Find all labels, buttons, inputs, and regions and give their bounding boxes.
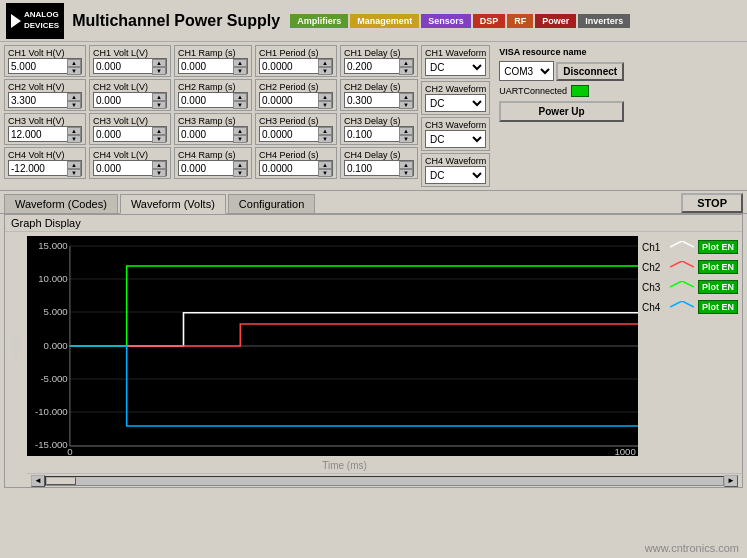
ch3-line (70, 266, 638, 346)
ch3-ramp-field[interactable] (179, 127, 233, 141)
ch3-delay-dn[interactable]: ▼ (399, 135, 413, 143)
legend-ch2-label: Ch2 (642, 262, 666, 273)
ch4-ramp-up[interactable]: ▲ (233, 161, 247, 169)
ch3-period-up[interactable]: ▲ (318, 127, 332, 135)
tab-inverters[interactable]: Inverters (578, 14, 630, 28)
ch3-volt-l-up[interactable]: ▲ (152, 127, 166, 135)
ch4-period-up[interactable]: ▲ (318, 161, 332, 169)
visa-port-select[interactable]: COM3 (499, 61, 554, 81)
ch2-period-dn[interactable]: ▼ (318, 101, 332, 109)
tab-management[interactable]: Management (350, 14, 419, 28)
ch1-volt-h-up[interactable]: ▲ (67, 59, 81, 67)
ch3-volt-h-field[interactable] (9, 127, 67, 141)
ch1-volt-h-dn[interactable]: ▼ (67, 67, 81, 75)
col-waveform: CH1 Waveform DC CH2 Waveform DC CH3 Wave… (421, 45, 490, 187)
ch3-waveform-select[interactable]: DC (425, 130, 486, 148)
ch1-ramp-up[interactable]: ▲ (233, 59, 247, 67)
ch3-period-label: CH3 Period (s) (259, 116, 333, 126)
ch4-volt-h-field[interactable] (9, 161, 67, 175)
ch1-volt-h-field[interactable] (9, 59, 67, 73)
ch4-period-dn[interactable]: ▼ (318, 169, 332, 177)
svg-text:1000: 1000 (614, 447, 635, 456)
ch2-volt-l-group: CH2 Volt L(V) ▲ ▼ (89, 79, 171, 111)
ch2-volt-h-field[interactable] (9, 93, 67, 107)
ch3-period-field[interactable] (260, 127, 318, 141)
ch4-delay-field[interactable] (345, 161, 399, 175)
tab-waveform-codes[interactable]: Waveform (Codes) (4, 194, 118, 213)
ch2-delay-dn[interactable]: ▼ (399, 101, 413, 109)
ch2-delay-up[interactable]: ▲ (399, 93, 413, 101)
ch4-volt-l-up[interactable]: ▲ (152, 161, 166, 169)
ch1-plot-en-button[interactable]: Plot EN (698, 240, 738, 254)
tab-amplifiers[interactable]: Amplifiers (290, 14, 348, 28)
ch2-volt-l-up[interactable]: ▲ (152, 93, 166, 101)
ch1-period-dn[interactable]: ▼ (318, 67, 332, 75)
ch3-volt-l-field[interactable] (94, 127, 152, 141)
ch4-volt-l-dn[interactable]: ▼ (152, 169, 166, 177)
scrollbar-left-btn[interactable]: ◄ (31, 475, 45, 487)
ch2-ramp-up[interactable]: ▲ (233, 93, 247, 101)
ch3-waveform-group: CH3 Waveform DC (421, 117, 490, 151)
scrollbar-track[interactable] (45, 476, 724, 486)
legend-ch1-icon (670, 241, 694, 253)
ch4-volt-h-up[interactable]: ▲ (67, 161, 81, 169)
ch2-volt-h-up[interactable]: ▲ (67, 93, 81, 101)
ch2-volt-l-field[interactable] (94, 93, 152, 107)
ch4-volt-h-dn[interactable]: ▼ (67, 169, 81, 177)
ch4-waveform-group: CH4 Waveform DC (421, 153, 490, 187)
ch2-plot-en-button[interactable]: Plot EN (698, 260, 738, 274)
ch4-plot-en-button[interactable]: Plot EN (698, 300, 738, 314)
disconnect-button[interactable]: Disconnect (556, 62, 624, 81)
ch4-delay-up[interactable]: ▲ (399, 161, 413, 169)
tab-waveform-volts[interactable]: Waveform (Volts) (120, 194, 226, 214)
graph-legend: Ch1 Plot EN Ch2 Plot EN Ch3 Plot EN Ch4 … (638, 232, 742, 460)
ch3-volt-l-dn[interactable]: ▼ (152, 135, 166, 143)
ch1-delay-field[interactable] (345, 59, 399, 73)
scrollbar-thumb[interactable] (46, 477, 76, 485)
ch1-volt-l-dn[interactable]: ▼ (152, 67, 166, 75)
ch4-waveform-select[interactable]: DC (425, 166, 486, 184)
ch3-ramp-dn[interactable]: ▼ (233, 135, 247, 143)
ch4-period-field[interactable] (260, 161, 318, 175)
ch1-ramp-dn[interactable]: ▼ (233, 67, 247, 75)
ch3-volt-h-up[interactable]: ▲ (67, 127, 81, 135)
ch1-volt-l-up[interactable]: ▲ (152, 59, 166, 67)
visa-panel: VISA resource name COM3 Disconnect UARTC… (497, 45, 626, 187)
ch1-ramp-field[interactable] (179, 59, 233, 73)
ch3-delay-field[interactable] (345, 127, 399, 141)
ch2-period-field[interactable] (260, 93, 318, 107)
ch4-ramp-field[interactable] (179, 161, 233, 175)
ch2-volt-h-dn[interactable]: ▼ (67, 101, 81, 109)
scrollbar-right-btn[interactable]: ► (724, 475, 738, 487)
ch2-ramp-dn[interactable]: ▼ (233, 101, 247, 109)
tab-rf[interactable]: RF (507, 14, 533, 28)
stop-button[interactable]: STOP (681, 193, 743, 213)
powerup-button[interactable]: Power Up (499, 101, 624, 122)
ch1-period-up[interactable]: ▲ (318, 59, 332, 67)
tab-sensors[interactable]: Sensors (421, 14, 471, 28)
tab-configuration[interactable]: Configuration (228, 194, 315, 213)
ch3-period-dn[interactable]: ▼ (318, 135, 332, 143)
ch1-period-field[interactable] (260, 59, 318, 73)
tab-power[interactable]: Power (535, 14, 576, 28)
ch2-waveform-select[interactable]: DC (425, 94, 486, 112)
ch1-waveform-select[interactable]: DC (425, 58, 486, 76)
ch4-delay-dn[interactable]: ▼ (399, 169, 413, 177)
ch4-waveform-label: CH4 Waveform (425, 156, 486, 166)
ch4-ramp-dn[interactable]: ▼ (233, 169, 247, 177)
ch2-delay-field[interactable] (345, 93, 399, 107)
tab-dsp[interactable]: DSP (473, 14, 506, 28)
ch3-plot-en-button[interactable]: Plot EN (698, 280, 738, 294)
ch1-delay-up[interactable]: ▲ (399, 59, 413, 67)
ch2-ramp-group: CH2 Ramp (s) ▲ ▼ (174, 79, 252, 111)
ch1-volt-h-input[interactable]: ▲ ▼ (8, 58, 82, 74)
ch1-delay-dn[interactable]: ▼ (399, 67, 413, 75)
ch2-ramp-field[interactable] (179, 93, 233, 107)
ch2-volt-l-dn[interactable]: ▼ (152, 101, 166, 109)
ch2-period-up[interactable]: ▲ (318, 93, 332, 101)
ch1-volt-l-field[interactable] (94, 59, 152, 73)
ch3-volt-h-dn[interactable]: ▼ (67, 135, 81, 143)
ch3-delay-up[interactable]: ▲ (399, 127, 413, 135)
ch3-ramp-up[interactable]: ▲ (233, 127, 247, 135)
ch4-volt-l-field[interactable] (94, 161, 152, 175)
